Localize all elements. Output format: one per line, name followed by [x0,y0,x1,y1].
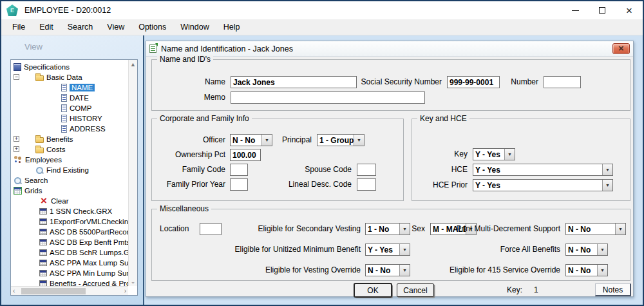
family-prior-field[interactable] [230,178,248,191]
menu-edit[interactable]: Edit [32,19,61,35]
folder-icon [35,75,44,81]
combo-value: Y - Yes [473,149,504,160]
family-code-field[interactable] [230,164,248,176]
ssn-field[interactable]: 999-99-0001 [447,76,500,88]
ownership-field[interactable]: 100.00 [230,149,261,161]
magnifier-icon [35,166,44,175]
folder-icon [35,137,44,143]
combo-value: 1 - Group 1 [317,135,354,146]
view-panel: View Specifications Basic Data NAME DATE… [1,35,144,305]
number-field[interactable] [544,76,581,88]
tree-item-label: ASC DB 5500PartReconDE [50,228,128,236]
memo-field[interactable] [231,91,425,104]
tree-item-label: Grids [24,187,42,195]
tree-item-search[interactable]: Search [11,175,128,186]
tree-item-grid-file[interactable]: ASC DB 5500PartReconDE [11,227,128,237]
ssn-label: Social Security Number [361,76,442,88]
expand-icon[interactable] [14,146,19,152]
dropdown-arrow-icon[interactable] [504,149,515,160]
combo-value: Y - Yes [473,180,602,191]
menu-window[interactable]: Window [173,19,216,35]
force-benefits-combo[interactable]: N - No [565,244,608,256]
tree-item-label: Search [24,177,48,184]
name-field[interactable]: Jack Jones [231,76,357,88]
hce-prior-label: HCE Prior [433,179,468,191]
maximize-button[interactable] [589,1,616,19]
miscellaneous-group: Miscellaneous Location Eligible for Seco… [151,209,630,281]
horizontal-scrollbar[interactable]: ‹ › [11,286,128,295]
dropdown-arrow-icon[interactable] [602,180,612,191]
tree-item-grid-file[interactable]: ASC PPA Min Lump Sum [11,268,128,278]
dropdown-arrow-icon[interactable] [399,244,410,255]
name-label: Name [205,76,225,88]
hce-label: HCE [451,164,468,176]
tree-item-grid-file[interactable]: Benefits - Accrued & Projec [11,278,128,286]
vesting-override-combo[interactable]: N - No [365,264,410,276]
scroll-right-icon: › [124,287,126,294]
menu-file[interactable]: File [5,19,32,35]
scroll-down-icon: ⌄ [129,278,137,285]
dropdown-arrow-icon[interactable] [615,224,625,234]
tree-item-clear[interactable]: Clear [11,196,128,206]
tree-item-grid-file[interactable]: ASC DB SchR Lumps.GRX [11,247,128,258]
unitized-benefit-combo[interactable]: Y - Yes [365,244,410,256]
notes-button[interactable]: Notes [595,283,631,296]
mdi-client-area: Name and Identification - Jack Jones Nam… [144,35,643,305]
table-icon [39,280,47,286]
secondary-vesting-combo[interactable]: 1 - No [365,223,410,235]
dropdown-arrow-icon[interactable] [399,265,410,276]
tree-item-employees[interactable]: Employees [11,155,128,165]
dropdown-arrow-icon[interactable] [597,244,607,255]
tree-item-date[interactable]: DATE [11,93,128,103]
hce-combo[interactable]: Y - Yes [473,164,613,176]
dropdown-arrow-icon[interactable] [399,224,410,234]
tree-item-label: ASC DB Exp Benft Pmts.GR [50,238,128,246]
principal-label: Principal [282,134,312,146]
dropdown-arrow-icon[interactable] [261,135,272,146]
menu-help[interactable]: Help [216,19,247,35]
hce-prior-combo[interactable]: Y - Yes [473,179,613,191]
minimize-button[interactable] [562,1,589,19]
menu-view[interactable]: View [100,19,131,35]
dialog-close-button[interactable] [612,43,630,54]
menu-search[interactable]: Search [61,19,100,35]
tree-item-grid-file[interactable]: ASC PPA Max Lump Sum [11,258,128,268]
folder-icon [35,148,44,153]
tree-item-basic-data[interactable]: Basic Data [11,72,128,82]
multi-decrement-combo[interactable]: N - No [565,223,626,235]
tree-item-label: Benefits [46,135,73,143]
dropdown-arrow-icon[interactable] [602,164,612,175]
ok-button[interactable]: OK [354,283,392,297]
tree-item-benefits[interactable]: Benefits [11,134,128,144]
expand-icon[interactable] [14,136,19,142]
cancel-button[interactable]: Cancel [397,283,434,297]
officer-combo[interactable]: N - No [230,134,272,146]
vertical-scrollbar[interactable]: ▲ ⌄ [128,60,137,286]
tree-item-name[interactable]: NAME [11,82,128,93]
lineal-desc-label: Lineal Desc. Code [289,178,352,191]
lineal-desc-field[interactable] [357,178,376,191]
key-combo[interactable]: Y - Yes [473,148,515,160]
dropdown-arrow-icon[interactable] [597,265,607,276]
tree-item-grids[interactable]: Grids [11,186,128,196]
tree-item-comp[interactable]: COMP [11,103,128,113]
service-override-combo[interactable]: N - No [565,264,608,276]
dialog-document-icon [149,44,156,53]
tree-item-grid-file[interactable]: 1 SSN Check.GRX [11,206,128,216]
tree-item-address[interactable]: ADDRESS [11,124,128,134]
close-button[interactable]: × [616,1,643,19]
location-field[interactable] [200,223,222,235]
tree-item-grid-file[interactable]: ASC DB Exp Benft Pmts.GR [11,237,128,247]
menu-options[interactable]: Options [131,19,173,35]
tree-item-find-existing[interactable]: Find Existing [11,165,128,175]
spouse-code-field[interactable] [357,164,376,176]
scrollbar-thumb[interactable] [21,288,86,294]
tree-item-grid-file[interactable]: 1ExportForVMLChecking.G [11,216,128,227]
tree-item-specifications[interactable]: Specifications [11,62,128,72]
principal-combo[interactable]: 1 - Group 1 [317,134,365,146]
dropdown-arrow-icon[interactable] [354,135,364,146]
tree-item-costs[interactable]: Costs [11,144,128,155]
tree-item-history[interactable]: HISTORY [11,113,128,124]
table-icon [39,249,47,256]
collapse-icon[interactable] [14,74,19,80]
